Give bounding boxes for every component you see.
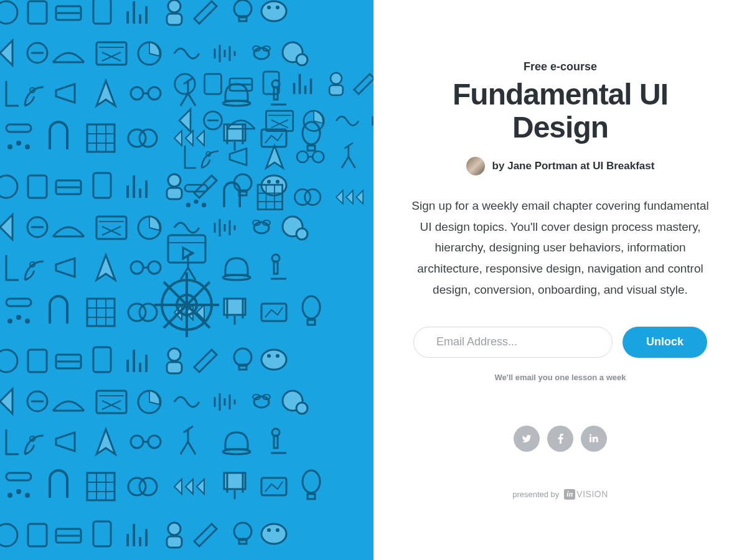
course-description: Sign up for a weekly email chapter cover… — [405, 195, 716, 301]
unlock-button[interactable]: Unlock — [622, 327, 707, 358]
facebook-share-button[interactable] — [547, 426, 573, 452]
facebook-icon — [558, 434, 563, 444]
author-avatar — [466, 157, 485, 175]
email-field[interactable] — [413, 327, 613, 358]
byline-row: by Jane Portman at UI Breakfast — [466, 157, 655, 175]
invision-logo: in VISION — [564, 489, 608, 500]
twitter-icon — [522, 434, 532, 444]
invision-badge-icon: in — [564, 489, 575, 500]
linkedin-icon — [590, 434, 599, 443]
design-icons-pattern — [0, 0, 374, 560]
presented-by-label: presented by — [512, 490, 559, 499]
signup-disclaimer: We'll email you one lesson a week — [495, 373, 626, 382]
byline-text: by Jane Portman at UI Breakfast — [492, 160, 655, 172]
social-share-row — [514, 426, 607, 452]
invision-wordmark: VISION — [576, 489, 608, 499]
decorative-left-panel — [0, 0, 374, 560]
linkedin-share-button[interactable] — [581, 426, 607, 452]
page-title: Fundamental UI Design — [405, 78, 716, 144]
signup-form: Unlock — [405, 327, 716, 358]
eyebrow-label: Free e-course — [524, 60, 597, 73]
twitter-share-button[interactable] — [514, 426, 540, 452]
presented-by-row: presented by in VISION — [512, 489, 608, 500]
signup-panel: Free e-course Fundamental UI Design by J… — [374, 0, 747, 560]
